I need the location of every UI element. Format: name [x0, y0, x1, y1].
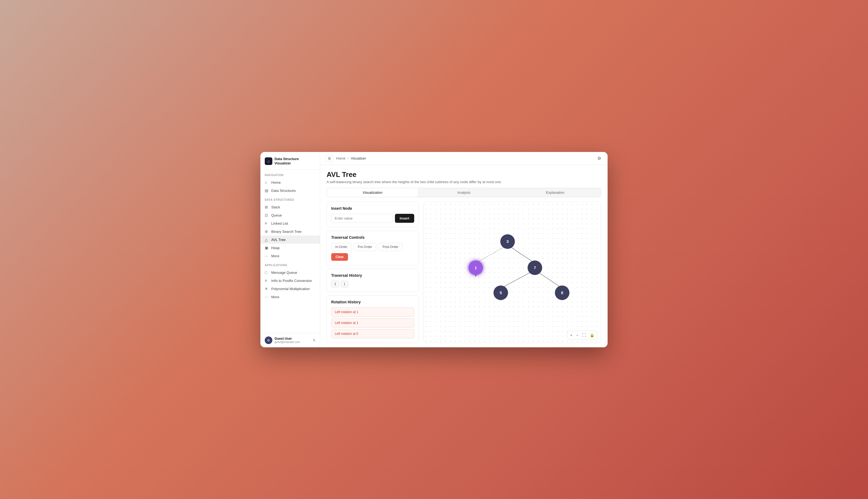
insert-value-input[interactable]: [331, 214, 393, 223]
zoom-out-button[interactable]: −: [575, 332, 580, 338]
traversal-buttons: In-Order Pre-Order Post-Order Clear: [331, 243, 414, 261]
user-info: G Guest User guest@example.com: [265, 337, 300, 344]
breadcrumb-home[interactable]: Home: [336, 156, 346, 160]
sidebar-item-queue[interactable]: ⊡ Queue: [260, 211, 320, 219]
node-7[interactable]: 7: [528, 260, 542, 275]
sidebar-item-linked-list[interactable]: ≡ Linked List: [260, 219, 320, 227]
page-subtitle: A self-balancing binary search tree wher…: [326, 180, 601, 184]
breadcrumb-current: Visualizer: [351, 156, 366, 160]
left-panel: Insert Node Insert Traversal Controls In…: [326, 202, 419, 347]
fit-button[interactable]: ⛶: [581, 332, 587, 338]
settings-button[interactable]: ⚙: [596, 155, 602, 162]
inorder-button[interactable]: In-Order: [331, 243, 351, 251]
nav-section-label: Navigation: [260, 170, 320, 178]
user-chevron-icon[interactable]: ⇅: [313, 338, 315, 342]
node-8[interactable]: 8: [555, 285, 570, 300]
tab-analysis[interactable]: Analysis: [418, 188, 510, 197]
tree-canvas: 3 1 7: [423, 202, 601, 343]
apps-section-label: Applications: [260, 260, 320, 268]
user-details: Guest User guest@example.com: [274, 337, 300, 343]
svg-text:5: 5: [500, 290, 502, 295]
logo-icon: ⌂: [265, 157, 272, 165]
user-avatar: G: [265, 337, 272, 344]
tabs-bar: Visualization Analysis Explanation: [326, 188, 601, 197]
heap-icon: ▣: [265, 246, 269, 250]
tab-visualization[interactable]: Visualization: [327, 188, 418, 197]
edge-n3-n7: [508, 245, 535, 263]
svg-text:7: 7: [534, 265, 536, 270]
canvas-controls: + − ⛶ 🔒: [567, 331, 598, 339]
traversal-controls-card: Traversal Controls In-Order Pre-Order Po…: [326, 231, 419, 265]
node-1[interactable]: 1: [469, 260, 483, 275]
tab-explanation[interactable]: Explanation: [509, 188, 601, 197]
sidebar-item-infix-postfix[interactable]: ≡ Infix to Postfix Conversion: [260, 277, 320, 285]
stack-icon: ⊞: [265, 205, 269, 209]
history-tag-1: 1: [341, 281, 349, 287]
tree-svg: 3 1 7: [423, 202, 601, 343]
lock-button[interactable]: 🔒: [588, 332, 596, 338]
sidebar: ⌂ Data Structure Visualizer Navigation ⌂…: [260, 152, 320, 347]
sidebar-item-bst[interactable]: ⊛ Binary Search Tree: [260, 227, 320, 235]
sidebar-item-more-apps[interactable]: ··· More: [260, 293, 320, 301]
insert-button[interactable]: Insert: [395, 214, 414, 223]
svg-text:3: 3: [506, 239, 509, 244]
traversal-history-title: Traversal History: [331, 273, 414, 278]
clear-button[interactable]: Clear: [331, 253, 348, 261]
logo-text: Data Structure Visualizer: [274, 157, 299, 166]
rotation-item-1: Left rotation at 1: [331, 318, 414, 328]
node-3[interactable]: 3: [500, 234, 515, 249]
two-panel: Insert Node Insert Traversal Controls In…: [326, 202, 601, 347]
node-5[interactable]: 5: [493, 285, 508, 300]
infix-postfix-icon: ≡: [265, 278, 269, 283]
page-title: AVL Tree: [326, 170, 601, 179]
more-apps-icon: ···: [265, 295, 269, 299]
breadcrumb-separator: >: [347, 156, 349, 160]
rotation-history-card: Rotation History Left rotation at 1 Left…: [326, 295, 419, 343]
topbar: ⊞ Home > Visualizer ⚙: [320, 152, 608, 165]
svg-text:8: 8: [561, 290, 563, 295]
sidebar-item-stack[interactable]: ⊞ Stack: [260, 203, 320, 211]
traversal-history-card: Traversal History 3 1: [326, 269, 419, 292]
sidebar-item-message-queue[interactable]: □ Message Queue: [260, 268, 320, 277]
rotation-item-0: Left rotation at 1: [331, 307, 414, 317]
linked-list-icon: ≡: [265, 221, 269, 226]
postorder-button[interactable]: Post-Order: [379, 243, 402, 251]
more-ds-icon: ···: [265, 254, 269, 258]
insert-node-title: Insert Node: [331, 206, 414, 210]
bst-icon: ⊛: [265, 229, 269, 234]
sidebar-toggle-button[interactable]: ⊞: [325, 155, 333, 162]
sidebar-item-avl[interactable]: △ AVL Tree: [260, 235, 320, 244]
history-tag-0: 3: [331, 281, 339, 287]
sidebar-footer: G Guest User guest@example.com ⇅: [260, 333, 320, 347]
avl-icon: △: [265, 238, 269, 242]
preorder-button[interactable]: Pre-Order: [354, 243, 376, 251]
sidebar-item-poly-mult[interactable]: ✕ Polynomial Multiplication: [260, 285, 320, 293]
queue-icon: ⊡: [265, 213, 269, 217]
home-icon: ⌂: [265, 180, 269, 184]
sidebar-item-heap[interactable]: ▣ Heap: [260, 244, 320, 252]
traversal-controls-title: Traversal Controls: [331, 235, 414, 240]
poly-mult-icon: ✕: [265, 287, 269, 291]
sidebar-item-data-structures[interactable]: ▤ Data Structures: [260, 186, 320, 195]
rotation-item-2: Left rotation at 5: [331, 329, 414, 338]
page-header: AVL Tree A self-balancing binary search …: [326, 170, 601, 184]
main-content: ⊞ Home > Visualizer ⚙ AVL Tree A self-ba…: [320, 152, 608, 347]
user-name: Guest User: [274, 337, 300, 341]
rotation-history-title: Rotation History: [331, 300, 414, 304]
sidebar-item-more-ds[interactable]: ··· More: [260, 252, 320, 260]
zoom-in-button[interactable]: +: [569, 332, 574, 338]
rotation-list: Left rotation at 1 Left rotation at 1 Le…: [331, 307, 414, 338]
svg-text:1: 1: [475, 265, 477, 270]
message-queue-icon: □: [265, 270, 269, 275]
content-area: AVL Tree A self-balancing binary search …: [320, 165, 608, 347]
insert-node-card: Insert Node Insert: [326, 202, 419, 227]
tree-visualization-panel: 3 1 7: [423, 202, 601, 343]
user-email: guest@example.com: [274, 341, 300, 343]
insert-row: Insert: [331, 214, 414, 223]
edge-n3-n1: [476, 245, 508, 263]
breadcrumb: Home > Visualizer: [336, 156, 366, 160]
data-structures-icon: ▤: [265, 188, 269, 193]
sidebar-item-home[interactable]: ⌂ Home: [260, 178, 320, 186]
topbar-actions: ⚙: [596, 155, 602, 162]
traversal-history-tags: 3 1: [331, 281, 414, 287]
